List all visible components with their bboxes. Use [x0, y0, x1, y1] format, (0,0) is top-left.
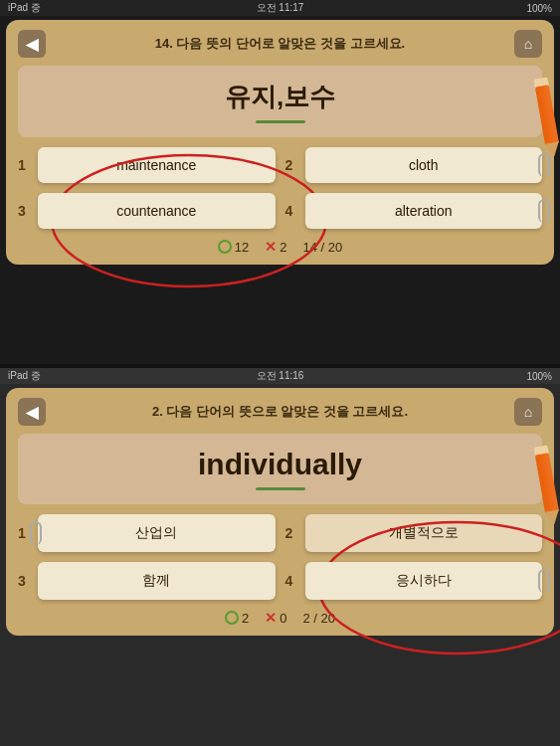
question-text-2: 2. 다음 단어의 뜻으로 알맞은 것을 고르세요. — [46, 403, 514, 421]
answer-row-1-3: 3 countenance — [18, 193, 276, 229]
status-center-1: 오전 11:17 — [257, 1, 304, 15]
back-button-1[interactable]: ◀ — [18, 30, 46, 58]
answer-num-2-2: 2 — [285, 525, 299, 541]
status-left-2: iPad 중 — [8, 369, 41, 383]
score-wrong-1: ✕ 2 — [265, 239, 286, 255]
word-1: 유지,보수 — [225, 82, 335, 111]
paperclip-2-4 — [538, 569, 550, 593]
score-wrong-2: ✕ 0 — [265, 610, 286, 626]
x-icon-2: ✕ — [265, 610, 277, 626]
answers-grid-2: 1 산업의 2 개별적으로 3 — [18, 514, 542, 600]
answer-row-2-2: 2 개별적으로 — [285, 514, 543, 552]
answers-grid-1: 1 maintenance 2 cloth 3 — [18, 147, 542, 229]
status-right-2: 100% — [526, 371, 552, 382]
card-top-2: ◀ 2. 다음 단어의 뜻으로 알맞은 것을 고르세요. ⌂ — [18, 398, 542, 426]
progress-2: 2 / 20 — [302, 611, 335, 626]
paperclip-2-1 — [30, 521, 42, 545]
card-top-1: ◀ 14. 다음 뜻의 단어로 알맞은 것을 고르세요. ⌂ — [18, 30, 542, 58]
paperclip-1-4 — [538, 199, 550, 223]
status-center-2: 오전 11:16 — [257, 369, 304, 383]
progress-1: 14 / 20 — [302, 240, 342, 255]
score-correct-1: 12 — [218, 240, 249, 255]
answer-row-1-2: 2 cloth — [285, 147, 543, 183]
back-button-2[interactable]: ◀ — [18, 398, 46, 426]
circle-icon-1 — [218, 240, 232, 254]
correct-count-2: 2 — [242, 611, 249, 626]
card-1: ◀ 14. 다음 뜻의 단어로 알맞은 것을 고르세요. ⌂ 유지,보수 1 m… — [6, 20, 554, 265]
answer-btn-1-3[interactable]: countenance — [38, 193, 276, 229]
word-underline-1 — [256, 120, 305, 123]
answer-btn-2-2[interactable]: 개별적으로 — [305, 514, 543, 552]
score-bar-2: 2 ✕ 0 2 / 20 — [18, 610, 542, 626]
word-2: individually — [198, 448, 362, 480]
word-box-2: individually — [18, 434, 542, 504]
pencil-1 — [531, 75, 560, 156]
wrong-count-2: 0 — [280, 611, 286, 626]
answer-row-1-1: 1 maintenance — [18, 147, 276, 183]
status-right-1: 100% — [526, 3, 552, 14]
answer-btn-1-4[interactable]: alteration — [305, 193, 543, 229]
home-button-1[interactable]: ⌂ — [514, 30, 542, 58]
home-button-2[interactable]: ⌂ — [514, 398, 542, 426]
word-box-1: 유지,보수 — [18, 66, 542, 137]
answer-btn-1-2[interactable]: cloth — [305, 147, 543, 183]
x-icon-1: ✕ — [265, 239, 277, 255]
answer-btn-2-4[interactable]: 응시하다 — [305, 562, 543, 600]
answer-num-1-1: 1 — [18, 157, 32, 173]
panel-1: iPad 중 오전 11:17 100% ◀ 14. 다음 뜻의 단어로 알맞은… — [0, 0, 560, 364]
circle-icon-2 — [225, 611, 239, 625]
status-left-1: iPad 중 — [8, 1, 41, 15]
answer-btn-2-3[interactable]: 함께 — [38, 562, 276, 600]
answer-row-1-4: 4 alteration — [285, 193, 543, 229]
answer-num-2-3: 3 — [18, 573, 32, 589]
wrong-count-1: 2 — [280, 240, 286, 255]
card-2: ◀ 2. 다음 단어의 뜻으로 알맞은 것을 고르세요. ⌂ individua… — [6, 388, 554, 636]
correct-count-1: 12 — [235, 240, 249, 255]
answer-num-1-4: 4 — [285, 203, 299, 219]
score-bar-1: 12 ✕ 2 14 / 20 — [18, 239, 542, 255]
question-text-1: 14. 다음 뜻의 단어로 알맞은 것을 고르세요. — [46, 35, 514, 53]
answer-btn-2-1[interactable]: 산업의 — [38, 514, 276, 552]
answer-num-2-4: 4 — [285, 573, 299, 589]
answer-row-2-1: 1 산업의 — [18, 514, 276, 552]
answer-num-1-2: 2 — [285, 157, 299, 173]
status-bar-1: iPad 중 오전 11:17 100% — [0, 0, 560, 16]
answer-num-1-3: 3 — [18, 203, 32, 219]
panel-2: iPad 중 오전 11:16 100% ◀ 2. 다음 단어의 뜻으로 알맞은… — [0, 368, 560, 746]
pencil-2 — [531, 443, 560, 524]
status-bar-2: iPad 중 오전 11:16 100% — [0, 368, 560, 384]
word-underline-2 — [256, 487, 305, 490]
paperclip-1-2 — [538, 153, 550, 177]
score-correct-2: 2 — [225, 611, 249, 626]
answer-row-2-3: 3 함께 — [18, 562, 276, 600]
answer-btn-1-1[interactable]: maintenance — [38, 147, 276, 183]
answer-row-2-4: 4 응시하다 — [285, 562, 543, 600]
